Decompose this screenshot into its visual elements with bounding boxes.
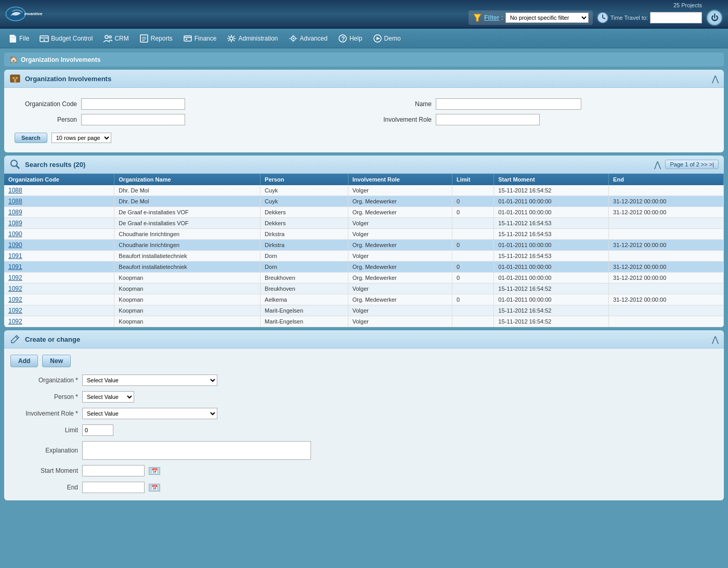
cf-org-select[interactable]: Select Value [82,375,217,386]
home-icon[interactable]: 🏠 [9,56,18,63]
cell-org-name: Choudharie Inrichtingen [114,240,261,251]
cell-org-name: Koopman [114,305,261,316]
cell-org-code[interactable]: 1088 [4,185,114,196]
cell-org-code[interactable]: 1092 [4,283,114,294]
table-row[interactable]: 1089 De Graaf e-installaties VOF Dekkers… [4,218,724,229]
cell-person: Marit-Engelsen [261,305,348,316]
cell-end [609,283,724,294]
table-row[interactable]: 1092 Koopman Breukhoven Volger 15-11-201… [4,283,724,294]
cf-person-select[interactable]: Select Value [82,391,134,403]
org-code-label: Organization Code [15,100,77,108]
nav-budget[interactable]: Budget Control [34,29,98,48]
name-input[interactable] [436,98,581,110]
org-code-input[interactable] [81,98,185,110]
nav-help[interactable]: ? Help [333,29,368,48]
cf-limit-input[interactable] [82,424,113,436]
cf-start-calendar-btn[interactable]: 📅 [149,467,160,475]
nav-reports[interactable]: Reports [134,29,178,48]
cell-org-code[interactable]: 1092 [4,294,114,305]
cf-explanation-input[interactable] [82,441,311,460]
cf-end-calendar-btn[interactable]: 📅 [149,484,160,492]
org-code-link[interactable]: 1090 [8,230,22,238]
cf-end-input[interactable] [82,482,145,493]
col-org-code: Organization Code [4,174,114,185]
create-icon [9,333,21,345]
cell-org-code[interactable]: 1089 [4,207,114,218]
svg-text:invantive: invantive [24,11,43,16]
table-row[interactable]: 1092 Koopman Aelkema Org. Medewerker 0 0… [4,294,724,305]
org-code-link[interactable]: 1092 [8,296,22,303]
nav-admin[interactable]: Administration [222,29,283,48]
nav-crm[interactable]: CRM [98,29,134,48]
cell-org-code[interactable]: 1091 [4,262,114,273]
create-section-header[interactable]: Create or change ⋀ [4,330,724,348]
cell-role: Volger [348,251,452,262]
nav-finance-label: Finance [194,35,217,42]
rows-per-page-select[interactable]: 10 rows per page [51,133,111,143]
power-button[interactable]: ⏻ [706,9,723,26]
nav-file[interactable]: File [3,29,34,48]
org-code-link[interactable]: 1092 [8,307,22,314]
org-code-link[interactable]: 1088 [8,198,22,205]
table-header-row: Organization Code Organization Name Pers… [4,174,724,185]
cf-start-row: Start Moment 📅 [10,465,718,476]
cell-org-code[interactable]: 1089 [4,218,114,229]
org-code-link[interactable]: 1089 [8,209,22,216]
table-row[interactable]: 1091 Beaufort installatietechniek Dorn O… [4,262,724,273]
table-row[interactable]: 1090 Choudharie Inrichtingen Dirkstra Vo… [4,229,724,240]
cell-org-name: De Graaf e-installaties VOF [114,207,261,218]
nav-advanced[interactable]: Advanced [283,29,333,48]
search-section-header[interactable]: Organization Involvements ⋀ [4,70,724,88]
org-code-link[interactable]: 1092 [8,285,22,292]
cell-org-code[interactable]: 1091 [4,251,114,262]
table-row[interactable]: 1092 Koopman Breukhoven Org. Medewerker … [4,273,724,283]
inv-role-input[interactable] [436,114,540,125]
org-code-link[interactable]: 1089 [8,220,22,227]
cf-start-input[interactable] [82,465,145,476]
table-row[interactable]: 1091 Beaufort installatietechniek Dorn V… [4,251,724,262]
cell-org-code[interactable]: 1092 [4,316,114,327]
create-collapse-btn[interactable]: ⋀ [712,334,719,344]
search-collapse-btn[interactable]: ⋀ [712,74,719,84]
org-code-link[interactable]: 1092 [8,318,22,325]
person-input[interactable] [81,114,185,125]
table-row[interactable]: 1088 Dhr. De Mol Cuyk Volger 15-11-2012 … [4,185,724,196]
nav-demo[interactable]: Demo [368,29,406,48]
new-button[interactable]: New [42,355,71,367]
cell-start: 01-01-2011 00:00:00 [494,273,609,283]
filter-label[interactable]: Filter [484,14,499,21]
org-code-link[interactable]: 1091 [8,263,22,270]
col-inv-role: Involvement Role [348,174,452,185]
results-title: Search results (20) [25,161,650,169]
filter-select[interactable]: No project specific filter [505,12,589,23]
org-code-link[interactable]: 1091 [8,252,22,260]
table-row[interactable]: 1089 De Graaf e-installaties VOF Dekkers… [4,207,724,218]
cell-limit [452,229,494,240]
table-row[interactable]: 1092 Koopman Marit-Engelsen Volger 15-11… [4,316,724,327]
org-code-link[interactable]: 1090 [8,241,22,249]
cell-org-code[interactable]: 1090 [4,229,114,240]
table-row[interactable]: 1090 Choudharie Inrichtingen Dirkstra Or… [4,240,724,251]
org-code-link[interactable]: 1088 [8,187,22,194]
nav-finance[interactable]: Finance [178,29,222,48]
filter-area: Filter : No project specific filter [469,10,593,25]
table-row[interactable]: 1088 Dhr. De Mol Cuyk Org. Medewerker 0 … [4,196,724,207]
search-button[interactable]: Search [15,133,47,143]
pagination-button[interactable]: Page 1 of 2 >> >| [665,160,719,169]
results-collapse-btn[interactable]: ⋀ [654,160,661,170]
table-row[interactable]: 1092 Koopman Marit-Engelsen Volger 15-11… [4,305,724,316]
cell-org-code[interactable]: 1088 [4,196,114,207]
add-button[interactable]: Add [10,355,38,367]
cf-org-label: Organization [10,377,78,384]
org-code-link[interactable]: 1092 [8,274,22,281]
search-section-title: Organization Involvements [25,75,708,83]
cell-org-code[interactable]: 1090 [4,240,114,251]
cell-person: Dirkstra [261,240,348,251]
time-travel-input[interactable] [650,12,702,23]
cell-limit: 0 [452,196,494,207]
cf-limit-label: Limit [10,427,78,434]
cell-org-code[interactable]: 1092 [4,273,114,283]
cell-org-code[interactable]: 1092 [4,305,114,316]
cf-inv-role-select[interactable]: Select Value [82,408,217,419]
crm-icon [103,34,112,43]
